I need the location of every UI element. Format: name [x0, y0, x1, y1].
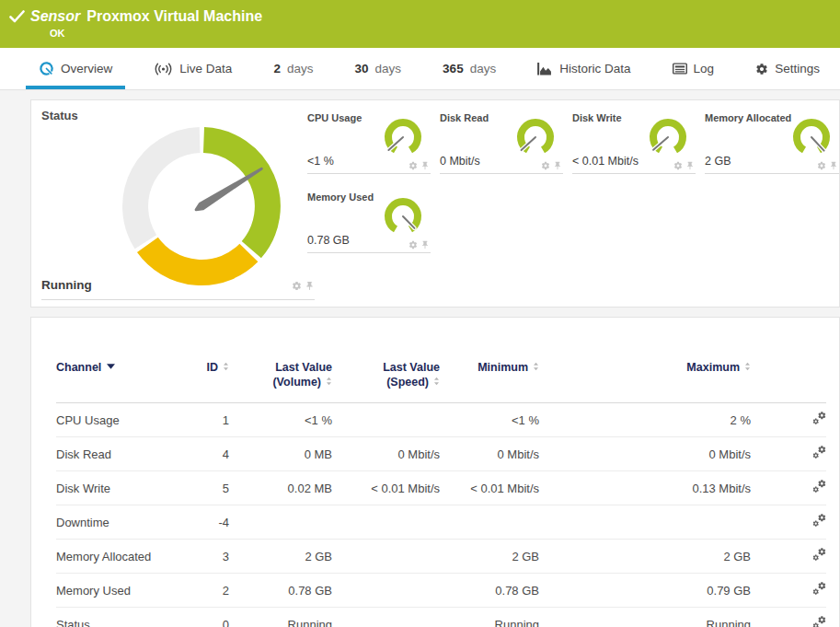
tab-label-unit: days	[375, 62, 402, 75]
tab-settings[interactable]: Settings	[742, 48, 833, 89]
channel-settings-icon[interactable]	[812, 412, 826, 428]
column-header-channel[interactable]: Channel	[56, 360, 167, 403]
tab-historic-data[interactable]: Historic Data	[524, 48, 643, 89]
tab-label: Live Data	[179, 62, 232, 75]
log-list-icon	[673, 63, 687, 75]
gauge-dial	[648, 117, 688, 157]
gauge-dial	[791, 117, 832, 157]
sensor-header: SensorProxmox Virtual Machine OK	[0, 0, 840, 48]
tab-live-data[interactable]: Live Data	[141, 48, 245, 89]
column-header-minimum[interactable]: Minimum	[440, 360, 539, 403]
live-signal-icon	[154, 63, 173, 75]
gauge-value: 0.78 GB	[307, 234, 350, 247]
channel-maximum: 0.79 GB	[539, 574, 751, 608]
channel-maximum: 2 %	[539, 403, 751, 437]
channel-id: 1	[167, 403, 229, 437]
gauge-dial	[383, 196, 423, 237]
channel-settings-icon[interactable]	[812, 616, 826, 627]
tab-label: Overview	[61, 62, 112, 75]
channel-minimum	[440, 505, 539, 540]
channel-last-volume: 2 GB	[229, 540, 332, 574]
channel-settings-icon[interactable]	[812, 548, 826, 564]
tab-label-number: 365	[443, 62, 464, 75]
gear-icon[interactable]	[673, 161, 683, 170]
gauge-memory-allocated: Memory Allocated 2 GB	[705, 104, 839, 174]
table-row: Memory Allocated 3 2 GB 2 GB 2 GB	[56, 540, 826, 574]
gauge-label: Memory Used	[307, 192, 374, 203]
channel-settings-icon[interactable]	[812, 514, 826, 530]
column-header-id[interactable]: ID	[167, 360, 229, 403]
column-label: Last Value	[383, 361, 440, 374]
channel-name: Memory Used	[56, 574, 167, 608]
column-header-actions	[751, 360, 826, 403]
sort-icon	[744, 362, 751, 371]
gauges-card: Status Running CPU Usage <1 %	[30, 99, 840, 308]
gauge-value: 0 Mbit/s	[440, 155, 480, 168]
tab-label-unit: days	[287, 62, 314, 75]
status-gauge-title: Status	[41, 109, 78, 122]
status-gauge-footer: Running	[41, 278, 315, 300]
channel-settings-icon[interactable]	[812, 582, 826, 598]
tab-overview[interactable]: Overview	[26, 48, 125, 89]
gauge-disk-write: Disk Write < 0.01 Mbit/s	[572, 104, 696, 174]
tab-label-number: 2	[273, 62, 281, 75]
gauge-label: Disk Write	[572, 112, 622, 123]
gauge-dial	[383, 117, 423, 157]
pin-icon[interactable]	[420, 161, 430, 170]
gear-icon[interactable]	[408, 240, 418, 250]
status-gauge-dial	[121, 126, 282, 286]
table-header-row: Channel ID Last Value(Volume) Last Value…	[56, 360, 826, 403]
column-header-last-value-volume[interactable]: Last Value(Volume)	[229, 360, 332, 403]
pin-icon[interactable]	[685, 161, 695, 170]
sort-caret-icon	[107, 364, 115, 369]
channel-last-speed	[332, 540, 440, 574]
column-header-maximum[interactable]: Maximum	[539, 360, 751, 403]
channel-maximum: 0.13 Mbit/s	[539, 471, 751, 505]
channel-settings-icon[interactable]	[812, 446, 826, 462]
gauge-label: Disk Read	[440, 112, 489, 123]
gauge-disk-read: Disk Read 0 Mbit/s	[440, 104, 563, 174]
column-label: Maximum	[686, 361, 740, 374]
gauge-value: 2 GB	[705, 155, 731, 168]
channel-settings-icon[interactable]	[812, 480, 826, 496]
channel-maximum: Running	[539, 608, 751, 627]
channel-last-volume: <1 %	[229, 403, 332, 437]
channel-maximum: 2 GB	[539, 540, 751, 574]
table-row: Status 0 Running Running Running	[56, 608, 826, 627]
gauge-label: CPU Usage	[307, 112, 362, 123]
gear-icon[interactable]	[292, 281, 302, 291]
tab-label: Historic Data	[559, 62, 630, 75]
tab-log[interactable]: Log	[660, 48, 728, 89]
channel-id: 5	[167, 471, 229, 505]
tab-2-days[interactable]: 2 days	[260, 48, 326, 89]
channel-id: 0	[167, 608, 229, 627]
channel-last-volume: 0 MB	[229, 437, 332, 471]
tab-365-days[interactable]: 365 days	[430, 48, 509, 89]
column-label: ID	[207, 361, 219, 374]
table-row: Disk Write 5 0.02 MB < 0.01 Mbit/s < 0.0…	[56, 471, 826, 505]
overview-content: Status Running CPU Usage <1 %	[0, 90, 840, 627]
pin-icon[interactable]	[305, 281, 315, 291]
gauge-cpu-usage: CPU Usage <1 %	[307, 104, 431, 174]
sort-icon	[433, 377, 440, 386]
channel-table: Channel ID Last Value(Volume) Last Value…	[56, 360, 826, 627]
gear-icon[interactable]	[817, 161, 826, 170]
gear-icon[interactable]	[541, 161, 550, 170]
gauge-label: Memory Allocated	[705, 112, 791, 123]
column-label: (Volume)	[272, 376, 321, 389]
channel-last-volume: 0.78 GB	[229, 574, 332, 608]
column-header-last-value-speed[interactable]: Last Value(Speed)	[332, 360, 440, 403]
channel-name: Downtime	[56, 505, 167, 540]
tab-30-days[interactable]: 30 days	[342, 48, 415, 89]
channel-last-speed	[332, 574, 440, 608]
channel-last-speed: < 0.01 Mbit/s	[332, 471, 440, 505]
gear-icon[interactable]	[408, 161, 418, 170]
pin-icon[interactable]	[553, 161, 562, 170]
tab-label-unit: days	[470, 62, 497, 75]
channel-id: -4	[167, 505, 229, 540]
channel-last-speed	[332, 505, 440, 540]
channel-minimum: Running	[440, 608, 539, 627]
channel-name: Status	[56, 608, 167, 627]
pin-icon[interactable]	[420, 240, 430, 250]
pin-icon[interactable]	[829, 161, 838, 170]
